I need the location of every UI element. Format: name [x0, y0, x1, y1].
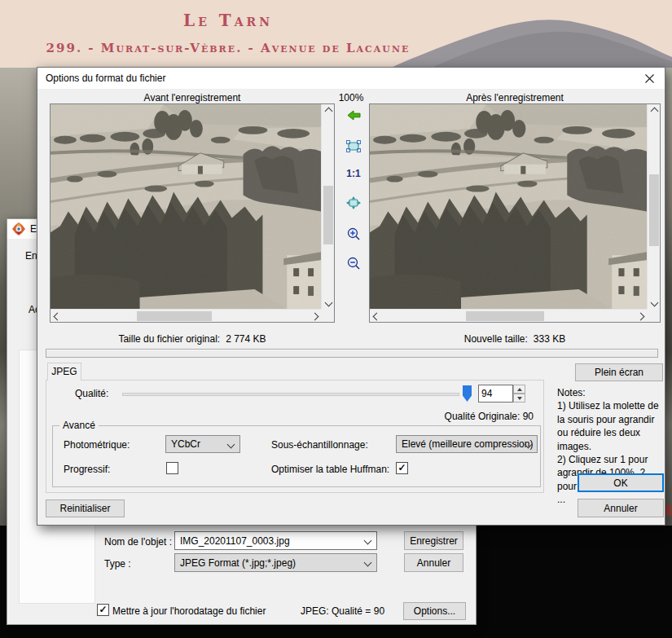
back-arrow-button[interactable]	[342, 105, 365, 125]
zoom-out-button[interactable]	[342, 253, 365, 273]
postcard-red-mark	[666, 505, 671, 516]
dialog-title: Options du format du fichier	[46, 68, 165, 89]
chevron-up-icon	[650, 107, 658, 115]
postcard-title: Le Tarn	[0, 11, 456, 30]
quality-spinner	[513, 385, 525, 403]
after-horizontal-scrollbar[interactable]	[370, 309, 647, 322]
ok-button[interactable]: OK	[578, 473, 664, 492]
chevron-right-icon	[310, 312, 318, 320]
zoom-in-icon	[347, 227, 360, 240]
scroll-up-button[interactable]	[322, 104, 335, 117]
scroll-right-button[interactable]	[308, 310, 321, 323]
scrollbar-thumb[interactable]	[649, 174, 659, 246]
new-size-label: Nouvelle taille:333 KB	[369, 333, 661, 346]
update-timestamp-checkbox[interactable]: ✓	[97, 604, 109, 616]
filename-value: IMG_20201107_0003.jpg	[180, 535, 290, 547]
chevron-up-icon	[324, 107, 332, 115]
before-vertical-scrollbar[interactable]	[321, 104, 334, 309]
after-vertical-scrollbar[interactable]	[647, 104, 660, 309]
subsampling-value: Elevé (meilleure compression)	[402, 438, 533, 450]
jpeg-settings-panel: Qualité: Qualité Originale: 90 Avancé Ph…	[46, 380, 544, 493]
filetype-label: Type :	[104, 558, 131, 570]
scroll-left-button[interactable]	[370, 310, 383, 323]
triangle-down-icon	[517, 397, 522, 400]
subsampling-combobox[interactable]: Elevé (meilleure compression)	[396, 435, 538, 453]
scroll-up-button[interactable]	[648, 104, 661, 117]
quality-input[interactable]	[478, 385, 513, 403]
after-preview-pane[interactable]	[369, 103, 661, 323]
postcard-subtitle: 299. - Murat-sur-Vèbre. - Avenue de Laca…	[0, 41, 456, 55]
tab-jpeg[interactable]: JPEG	[47, 363, 81, 381]
fit-image-button[interactable]	[342, 136, 365, 156]
scrollbar-thumb[interactable]	[466, 311, 544, 321]
progressive-checkbox[interactable]	[166, 462, 178, 474]
scroll-right-button[interactable]	[634, 310, 647, 323]
close-icon	[645, 74, 654, 83]
close-button[interactable]	[634, 68, 665, 89]
format-options-dialog: Options du format du fichier Avant l'enr…	[37, 67, 665, 526]
triangle-up-icon	[517, 388, 522, 391]
scrollbar-thumb[interactable]	[137, 311, 212, 321]
original-size-label: Taille du fichier original:2 774 KB	[50, 333, 335, 346]
chevron-left-icon	[53, 312, 61, 320]
pan-button[interactable]	[342, 193, 365, 213]
one-to-one-icon: 1:1	[346, 168, 360, 179]
original-quality-label: Qualité Originale: 90	[445, 411, 534, 422]
back-arrow-icon	[347, 110, 361, 121]
jpeg-quality-info: JPEG: Qualité = 90	[301, 605, 384, 617]
huffman-label: Optimiser la table Huffman:	[271, 464, 389, 475]
save-cancel-button[interactable]: Annuler	[404, 553, 463, 572]
scroll-down-button[interactable]	[322, 296, 335, 309]
photometric-label: Photométrique:	[64, 439, 130, 451]
advanced-group-label: Avancé	[59, 420, 99, 431]
scrollbar-thumb[interactable]	[323, 186, 333, 244]
before-preview-pane[interactable]	[50, 103, 335, 323]
original-size-value: 2 774 KB	[226, 333, 266, 345]
update-timestamp-label: Mettre à jour l'horodatage du fichier	[112, 605, 266, 617]
before-preview-image[interactable]	[51, 104, 321, 309]
quality-slider-track[interactable]	[122, 393, 459, 396]
xnview-app-icon	[12, 222, 25, 235]
spin-down-button[interactable]	[513, 394, 525, 403]
spin-up-button[interactable]	[513, 385, 525, 394]
progress-bar	[46, 349, 658, 358]
scrollbar-corner	[321, 309, 334, 322]
quality-label: Qualité:	[75, 388, 108, 399]
dialog-titlebar[interactable]: Options du format du fichier	[37, 68, 665, 89]
scroll-down-button[interactable]	[648, 296, 661, 309]
after-preview-image[interactable]	[370, 104, 647, 309]
chevron-down-icon	[364, 537, 372, 545]
chevron-down-icon	[324, 298, 332, 306]
chevron-right-icon	[636, 312, 644, 320]
photometric-combobox[interactable]: YCbCr	[165, 435, 240, 453]
screen: Le Tarn 299. - Murat-sur-Vèbre. - Avenue…	[0, 0, 672, 638]
save-button[interactable]: Enregistrer	[404, 531, 463, 550]
reset-button[interactable]: Reinitialiser	[46, 499, 125, 517]
progressive-label: Progressif:	[64, 464, 110, 475]
chevron-down-icon	[364, 559, 372, 567]
filename-label: Nom de l'objet :	[104, 536, 172, 548]
filetype-value: JPEG Format (*.jpg;*.jpeg)	[180, 557, 296, 569]
dialog-cancel-button[interactable]: Annuler	[578, 499, 664, 517]
fit-image-icon	[346, 140, 361, 152]
pan-icon	[346, 196, 361, 209]
options-button[interactable]: Options...	[403, 602, 466, 620]
zoom-out-icon	[347, 257, 360, 270]
fullscreen-button[interactable]: Plein écran	[575, 363, 663, 381]
huffman-checkbox[interactable]: ✓	[396, 462, 408, 474]
quality-slider-thumb[interactable]	[463, 385, 472, 402]
advanced-group: Avancé Photométrique: YCbCr Sous-échanti…	[52, 425, 541, 487]
scrollbar-corner	[647, 309, 660, 322]
before-horizontal-scrollbar[interactable]	[51, 309, 321, 322]
postcard-background: Le Tarn 299. - Murat-sur-Vèbre. - Avenue…	[0, 0, 672, 68]
filename-combobox[interactable]: IMG_20201107_0003.jpg	[174, 531, 377, 550]
subsampling-label: Sous-échantillonnage:	[271, 439, 368, 451]
one-to-one-button[interactable]: 1:1	[342, 164, 365, 183]
new-size-value: 333 KB	[534, 333, 565, 345]
chevron-left-icon	[372, 312, 380, 320]
filetype-combobox[interactable]: JPEG Format (*.jpg;*.jpeg)	[174, 553, 377, 572]
chevron-down-icon	[227, 441, 235, 449]
chevron-down-icon	[650, 298, 658, 306]
zoom-in-button[interactable]	[342, 224, 365, 244]
scroll-left-button[interactable]	[51, 310, 64, 323]
